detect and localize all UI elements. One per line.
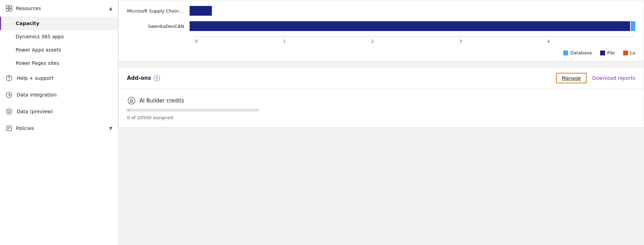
axis-tick-2: 2: [371, 39, 459, 44]
manage-button[interactable]: Manage: [556, 73, 587, 83]
sidebar-item-powerapps[interactable]: Power Apps assets: [0, 43, 118, 56]
data-preview-icon: [6, 108, 13, 115]
ai-builder-title-text: AI Builder credits: [140, 98, 184, 104]
legend-database-color: [563, 51, 568, 55]
addons-title-area: Add-ons i: [127, 75, 160, 81]
data-integration-label: Data integration: [17, 92, 57, 98]
chart-bar-supply-chain: [190, 6, 635, 16]
ai-builder-assigned-text: 0 of 20500 assigned: [127, 115, 635, 120]
download-reports-button[interactable]: Download reports: [592, 75, 635, 81]
dynamics-label: Dynamics 365 apps: [16, 34, 64, 39]
swenka-bar-light: [631, 21, 635, 31]
legend-log-color: [623, 51, 628, 55]
legend-file: File: [600, 50, 615, 55]
powerpages-label: Power Pages sites: [16, 60, 59, 66]
svg-point-6: [6, 109, 12, 114]
chart-row-swenka: SwenkaDevCAN: [127, 21, 635, 31]
sidebar-item-capacity[interactable]: Capacity: [0, 17, 118, 30]
chart-row-supply-chain: Microsoft Supply Chain Center...: [127, 6, 635, 16]
svg-rect-2: [6, 9, 9, 11]
swenka-bar-dark: [190, 21, 630, 31]
axis-tick-3: 3: [459, 39, 547, 44]
help-icon: [6, 75, 13, 82]
chart-label-swenka: SwenkaDevCAN: [127, 24, 190, 29]
policies-chevron-icon: ▼: [109, 126, 112, 131]
policies-label: Policies: [16, 125, 34, 131]
policies-section[interactable]: Policies ▼: [0, 120, 118, 137]
resources-icon: [6, 5, 13, 12]
addons-info-icon[interactable]: i: [154, 75, 160, 81]
supply-chain-bar-dark: [190, 6, 212, 16]
sidebar-item-data-preview[interactable]: Data (preview): [0, 103, 118, 120]
sidebar-item-help[interactable]: Help + support: [0, 70, 118, 86]
svg-rect-0: [6, 6, 9, 8]
legend-file-color: [600, 51, 605, 55]
ai-builder-progress-bar: [127, 109, 259, 112]
addons-card: Add-ons i Manage Download reports: [118, 67, 644, 128]
chart-label-supply-chain: Microsoft Supply Chain Center...: [127, 8, 190, 14]
addons-body: AI Builder credits 0 of 20500 assigned: [119, 89, 644, 127]
svg-rect-1: [9, 6, 12, 8]
svg-rect-7: [7, 126, 11, 131]
svg-point-9: [131, 101, 132, 102]
capacity-label: Capacity: [16, 21, 39, 26]
chart-axis: 0 1 2 3 4: [195, 37, 635, 46]
svg-rect-3: [9, 9, 12, 11]
chart-bar-swenka: [190, 21, 635, 31]
axis-tick-0: 0: [195, 39, 283, 44]
resources-label: Resources: [16, 6, 41, 11]
legend-log: Lo: [623, 50, 635, 55]
help-label: Help + support: [17, 75, 54, 81]
addons-header: Add-ons i Manage Download reports: [119, 67, 644, 89]
legend-database: Database: [563, 50, 592, 55]
resources-chevron-icon: ▲: [109, 6, 112, 11]
ai-builder-icon: [127, 96, 136, 105]
ai-builder-title: AI Builder credits: [127, 96, 635, 105]
main-content: Microsoft Supply Chain Center... SwenkaD…: [118, 0, 644, 245]
data-integration-icon: [6, 91, 13, 98]
powerapps-label: Power Apps assets: [16, 47, 61, 53]
sidebar: Resources ▲ Capacity Dynamics 365 apps P…: [0, 0, 118, 245]
data-preview-label: Data (preview): [17, 109, 53, 114]
chart-legend: Database File Lo: [119, 46, 644, 61]
addons-actions: Manage Download reports: [556, 73, 635, 83]
policies-icon: [6, 125, 13, 132]
legend-file-label: File: [607, 50, 615, 55]
axis-tick-4: 4: [547, 39, 635, 44]
addons-title-text: Add-ons: [127, 75, 151, 81]
ai-builder-progress-fill: [127, 109, 130, 112]
sidebar-item-data-integration[interactable]: Data integration: [0, 86, 118, 103]
sidebar-item-powerpages[interactable]: Power Pages sites: [0, 56, 118, 70]
sidebar-item-dynamics[interactable]: Dynamics 365 apps: [0, 30, 118, 43]
axis-tick-1: 1: [283, 39, 371, 44]
resources-section[interactable]: Resources ▲: [0, 0, 118, 17]
legend-database-label: Database: [570, 50, 592, 55]
legend-log-label: Lo: [630, 50, 635, 55]
ai-builder-section: AI Builder credits 0 of 20500 assigned: [127, 96, 635, 120]
capacity-chart-card: Microsoft Supply Chain Center... SwenkaD…: [118, 0, 644, 61]
